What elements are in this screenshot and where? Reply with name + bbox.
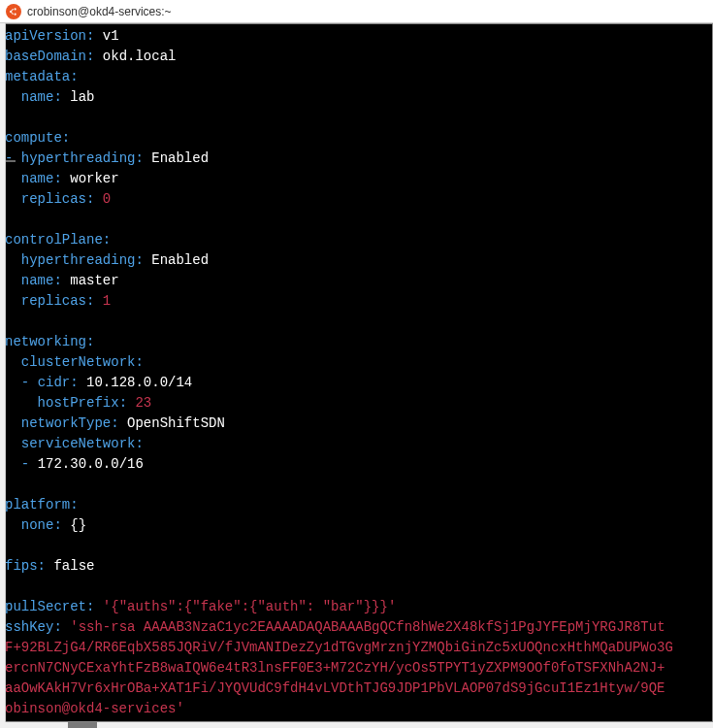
yaml-value: 172.30.0.0/16 bbox=[38, 456, 144, 472]
yaml-value: v1 bbox=[103, 28, 119, 44]
yaml-value: Enabled bbox=[151, 252, 209, 268]
sshkey-line: F+92BLZjG4/RR6EqbX585JQRiV/fJVmANIDezZy1… bbox=[5, 640, 673, 655]
yaml-value: '{"auths":{"fake":{"auth": "bar"}}}' bbox=[103, 599, 396, 614]
sshkey-line: 'ssh-rsa AAAAB3NzaC1yc2EAAAADAQABAAABgQC… bbox=[70, 619, 664, 635]
yaml-value: worker bbox=[70, 171, 118, 186]
yaml-value: lab bbox=[70, 89, 94, 105]
yaml-value: 1 bbox=[103, 293, 111, 309]
yaml-key: replicas bbox=[21, 191, 86, 207]
svg-point-0 bbox=[8, 6, 19, 17]
svg-point-3 bbox=[15, 13, 16, 15]
yaml-key: networkType bbox=[21, 415, 111, 431]
yaml-value: okd.local bbox=[103, 49, 177, 64]
yaml-value: {} bbox=[70, 517, 86, 533]
svg-point-2 bbox=[15, 8, 16, 10]
bottom-bar bbox=[0, 722, 713, 728]
yaml-key: replicas bbox=[21, 293, 86, 309]
yaml-key: name bbox=[21, 171, 54, 186]
yaml-key: compute bbox=[5, 130, 62, 146]
yaml-key: serviceNetwork bbox=[21, 436, 136, 451]
yaml-key: baseDomain bbox=[5, 49, 86, 64]
yaml-value: 23 bbox=[135, 395, 151, 411]
yaml-value: false bbox=[53, 558, 94, 574]
yaml-key: name bbox=[21, 89, 54, 105]
yaml-key: sshKey bbox=[5, 619, 53, 635]
yaml-value: 10.128.0.0/14 bbox=[86, 375, 192, 390]
ubuntu-icon bbox=[6, 4, 21, 19]
yaml-key: cidr bbox=[38, 375, 71, 390]
yaml-value: 0 bbox=[103, 191, 111, 207]
terminal-content[interactable]: apiVersion: v1 baseDomain: okd.local met… bbox=[0, 23, 713, 722]
yaml-key: platform bbox=[5, 497, 70, 513]
window-title: crobinson@okd4-services:~ bbox=[27, 5, 172, 18]
window-titlebar: crobinson@okd4-services:~ bbox=[0, 0, 713, 23]
yaml-key: apiVersion bbox=[5, 28, 86, 44]
yaml-key: pullSecret bbox=[5, 599, 86, 614]
yaml-key: networking bbox=[5, 334, 86, 349]
left-scrollbar-track bbox=[0, 23, 6, 728]
sshkey-line: aaOwKAkH7Vr6xHrOBa+XAT1Fi/JYQVUdC9fdH4vL… bbox=[5, 680, 665, 696]
yaml-value: master bbox=[70, 273, 118, 288]
yaml-key: metadata bbox=[5, 69, 70, 84]
yaml-key: name bbox=[21, 273, 54, 288]
yaml-value: OpenShiftSDN bbox=[127, 415, 225, 431]
yaml-key: fips bbox=[5, 558, 38, 574]
yaml-value: Enabled bbox=[151, 150, 209, 166]
yaml-key: hostPrefix bbox=[38, 395, 119, 411]
sshkey-line: obinson@okd4-services' bbox=[5, 701, 184, 716]
sshkey-line: ercnN7CNyCExaYhtFzB8waIQW6e4tR3lnsFF0E3+… bbox=[5, 660, 665, 676]
yaml-key: hyperthreading bbox=[21, 150, 136, 166]
yaml-key: clusterNetwork bbox=[21, 354, 136, 370]
yaml-key: hyperthreading bbox=[21, 252, 136, 268]
bottom-bar-indicator bbox=[68, 722, 97, 728]
left-indicator bbox=[6, 160, 16, 162]
yaml-key: controlPlane bbox=[5, 232, 103, 248]
yaml-key: none bbox=[21, 517, 54, 533]
